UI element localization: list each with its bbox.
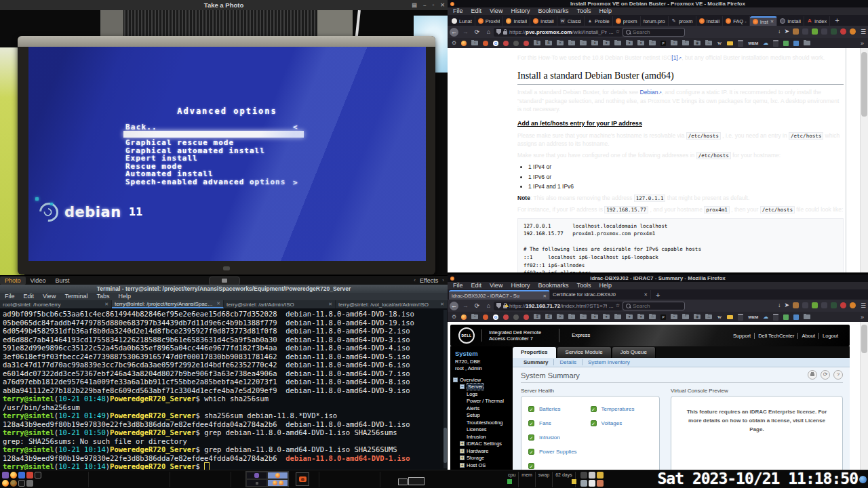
bookmark-item[interactable]: ✕: [557, 314, 564, 319]
bookmark-item[interactable]: ›: [568, 41, 575, 45]
bookmark-item[interactable]: ⚙: [452, 40, 456, 46]
bookmark-item[interactable]: ◌: [614, 41, 621, 45]
bookmark-item[interactable]: ●: [626, 41, 633, 45]
sidebar-item-server[interactable]: −Server: [450, 384, 513, 391]
tab-close-icon[interactable]: ✕: [543, 293, 547, 299]
bookmark-item[interactable]: [738, 40, 743, 47]
bookmark-item[interactable]: [461, 314, 467, 320]
bookmark-item[interactable]: ›: [568, 314, 575, 319]
expand-icon[interactable]: +: [460, 449, 465, 453]
close-icon[interactable]: ✕: [216, 301, 220, 306]
menu-item-help[interactable]: Help: [599, 7, 612, 15]
system-link[interactable]: System: [450, 346, 513, 358]
firefox-task-icon[interactable]: [2, 480, 9, 487]
bookmark-item[interactable]: [773, 40, 778, 47]
bookmark-item[interactable]: [738, 314, 743, 321]
health-link[interactable]: Temperatures: [601, 406, 635, 412]
back-button[interactable]: ←: [450, 302, 458, 310]
collapse-icon[interactable]: −: [453, 378, 458, 382]
scrollbar-thumb[interactable]: [861, 325, 867, 353]
browser-tab[interactable]: proxm: [613, 16, 641, 26]
sidebar-item-storage[interactable]: +Storage: [450, 455, 513, 462]
workspace-pager[interactable]: [245, 471, 289, 487]
task-icon[interactable]: [597, 480, 604, 487]
toolbar-icon[interactable]: ➤: [784, 302, 789, 309]
browser-tab[interactable]: forum.pro: [641, 16, 669, 26]
bookmark-item[interactable]: ⚙: [452, 314, 456, 320]
bookmark-item[interactable]: [524, 41, 529, 46]
workspace-2[interactable]: [267, 472, 288, 479]
close-icon[interactable]: ✕: [440, 302, 444, 307]
firefox-task-icon[interactable]: [10, 480, 17, 487]
toolbar-icon[interactable]: ↓: [778, 302, 781, 309]
terminal-tab[interactable]: root@sintel: /home/terry✕: [0, 300, 112, 308]
expand-icon[interactable]: +: [460, 463, 465, 468]
browser-tab[interactable]: FAQ -: [723, 16, 750, 26]
bookmark-item[interactable]: °: [682, 314, 689, 319]
health-link[interactable]: Intrusion: [539, 434, 560, 441]
browser-tab[interactable]: ProxM: [475, 16, 504, 26]
bookmark-item[interactable]: [524, 314, 529, 320]
bookmark-item[interactable]: ~: [580, 41, 587, 45]
bookmark-item[interactable]: [483, 314, 488, 320]
task-icon[interactable]: [26, 480, 33, 487]
bookmark-item[interactable]: ▪: [671, 41, 677, 45]
bookmark-item[interactable]: ●: [603, 41, 610, 45]
sidebar-item-power-thermal[interactable]: Power / Thermal: [450, 398, 513, 405]
bookmark-item[interactable]: ▪: [671, 314, 677, 319]
task-icon[interactable]: [18, 472, 25, 479]
overflow-icon[interactable]: …: [609, 304, 614, 308]
bookmark-item[interactable]: ◉: [694, 41, 701, 45]
bookmark-item[interactable]: [461, 41, 467, 46]
menu-item-bookmarks[interactable]: Bookmarks: [538, 7, 568, 15]
extension-icon[interactable]: [802, 302, 808, 308]
extension-icon[interactable]: [850, 28, 856, 35]
home-button[interactable]: ⌂: [484, 28, 493, 37]
browser-tab[interactable]: Install: [530, 16, 557, 26]
bookmark-item[interactable]: ☆: [649, 314, 656, 319]
menu-item-file[interactable]: File: [5, 293, 15, 300]
bookmark-item[interactable]: [804, 41, 810, 45]
menu-icon[interactable]: ▤: [412, 0, 417, 10]
bookmark-item[interactable]: P: [660, 314, 666, 320]
bookmark-item[interactable]: [483, 41, 488, 46]
lock-icon[interactable]: [503, 31, 507, 35]
browser-tab[interactable]: Inst✕: [750, 16, 778, 26]
menu-item-history[interactable]: History: [511, 7, 530, 15]
bookmark-item[interactable]: ●: [637, 314, 644, 319]
bookmark-item[interactable]: ☆: [649, 41, 656, 45]
browser-tab[interactable]: WClassi: [557, 16, 585, 26]
sidebar-item-idrac-settings[interactable]: +iDRAC Settings: [450, 441, 513, 448]
task-icon[interactable]: [580, 480, 587, 487]
new-tab-button[interactable]: +: [651, 290, 665, 300]
bookmark-item[interactable]: $: [534, 314, 540, 319]
page-scrollbar[interactable]: [860, 322, 868, 470]
reload-button[interactable]: ⟳: [473, 28, 481, 37]
sidebar-item-hardware[interactable]: +Hardware: [450, 447, 513, 455]
bookmark-item[interactable]: ♨: [705, 41, 712, 45]
tab-burst[interactable]: Burst: [50, 277, 74, 285]
toolbar-icon[interactable]: ➤: [784, 28, 789, 35]
print-icon[interactable]: [808, 370, 817, 380]
expand-icon[interactable]: +: [460, 455, 465, 460]
bookmark-item[interactable]: WBM: [748, 315, 758, 319]
task-icon[interactable]: [26, 472, 33, 479]
empty-task-icon[interactable]: [18, 480, 25, 487]
menu-item-help[interactable]: Help: [599, 282, 612, 289]
menu-item-view[interactable]: View: [43, 293, 56, 300]
tab-properties[interactable]: Properties: [513, 347, 557, 358]
reload-button[interactable]: ⟳: [473, 302, 481, 310]
menu-item-edit[interactable]: Edit: [471, 7, 482, 15]
menu-item-help[interactable]: Help: [118, 293, 131, 300]
toolbar-icon[interactable]: ↓: [778, 28, 781, 35]
bookmark-item[interactable]: G: [493, 41, 498, 46]
empty-task-icon[interactable]: [35, 472, 41, 479]
workspace-1[interactable]: [246, 472, 267, 479]
header-link-dell-techcenter[interactable]: Dell TechCenter: [754, 333, 797, 339]
url-text[interactable]: https://192.168.71.72/index.html?ST1=7fb…: [509, 303, 607, 309]
search-input[interactable]: [633, 29, 673, 35]
terminal-titlebar[interactable]: Terminal - terry@sintel: /project/terry/…: [0, 285, 448, 293]
terminal-tab[interactable]: terry@sintel: /project/terry/AnansiSpace…: [112, 300, 224, 308]
tab-service-module[interactable]: Service Module: [557, 347, 612, 358]
bookmark-item[interactable]: [503, 41, 509, 46]
